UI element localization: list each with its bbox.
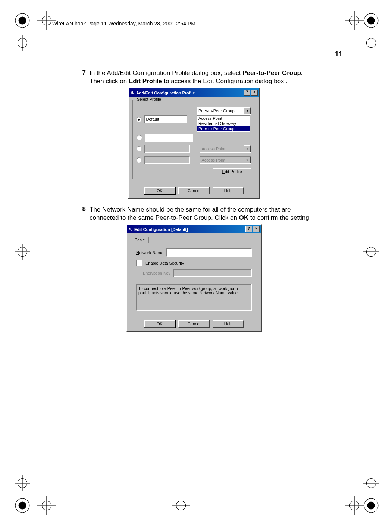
svg-point-34 [367,502,375,510]
cancel-ul: C [188,188,191,193]
profile-name-1[interactable]: Default [144,115,188,123]
ok-rest: K [160,188,163,193]
tab-basic[interactable]: Basic [131,237,149,243]
encryption-key-row: Encryption Key [136,269,252,277]
svg-point-9 [367,17,375,25]
chevron-down-icon: ▼ [244,145,251,152]
step7-bold-b-ul: E [129,78,133,85]
close-icon[interactable]: × [251,90,258,96]
enable-ds-row: Enable Data Security [136,260,252,266]
step7-text-c: to access the Edit Configuration dialog … [162,78,288,85]
step7-text-b: Then click on [90,78,129,85]
svg-point-42 [131,230,132,231]
step-8: 8 The Network Name should be the same fo… [75,206,313,222]
profile-type-1-text: Peer-to-Peer Group [198,109,235,113]
crop-mark-bl3 [37,496,56,515]
close-icon[interactable]: × [253,226,260,232]
network-name-input[interactable] [166,248,252,257]
dialog2-title: Edit Configuration [Default] [134,227,188,232]
profile-type-4-text: Access Point [201,158,225,162]
dialog1-titlebar[interactable]: Add/Edit Configuration Profile ? × [129,88,259,97]
help-icon[interactable]: ? [245,226,252,232]
nn-ul: N [136,250,139,255]
ok-button[interactable]: OK [144,320,175,328]
page-header: WireLAN.book Page 11 Wednesday, March 28… [52,21,195,26]
crop-mark-br3 [345,496,364,515]
reg-mark-bl2 [13,496,32,515]
dialog-add-edit-profile: Add/Edit Configuration Profile ? × Selec… [128,88,260,199]
step8-bold-a: OK [239,214,249,221]
svg-point-7 [19,17,26,25]
dropdown-item-peer-to-peer[interactable]: Peer-to-Peer Group [197,126,250,131]
profile-type-3-text: Access Point [201,147,225,151]
reg-mark-mr [362,242,380,261]
dropdown-item-residential-gateway[interactable]: Residential Gateway [197,121,250,126]
ek-rest: ncryption Key [145,271,170,275]
help-ul: H [224,188,227,193]
step-8-text: The Network Name should be the same for … [90,206,313,222]
crop-mark-bc [172,496,190,515]
reg-mark-tl2 [13,34,32,52]
reg-mark-tl [13,11,32,30]
network-name-row: Network Name [136,248,252,257]
cancel-button[interactable]: Cancel [178,320,210,328]
profile-row-4: Access Point ▼ [137,156,251,164]
dropdown-item-access-point[interactable]: Access Point [197,116,250,121]
frame-top [42,19,350,19]
edit-profile-rest: dit Profile [225,169,242,174]
help-button[interactable]: Help [213,320,244,328]
profile-name-4 [144,156,190,164]
profile-row-3: Access Point ▼ [137,145,251,153]
dialog2-titlebar[interactable]: Edit Configuration [Default] ? × [127,225,261,233]
step8-text-b: to confirm the setting. [248,214,311,221]
wifi-icon [128,226,133,231]
radio-profile-1[interactable] [137,117,141,122]
help-button[interactable]: Help [213,187,244,194]
reg-mark-ml [13,242,32,261]
ok-button[interactable]: OK [144,187,175,194]
profile-row-1: Default Peer-to-Peer Group ▼ Access Poin… [137,107,251,132]
page-number: 11 [317,50,342,60]
profile-type-1-dropdown[interactable]: Access Point Residential Gateway Peer-to… [197,115,250,132]
eds-rest: nable Data Security [148,261,184,265]
profile-name-3 [144,145,190,153]
step-7-num: 7 [75,69,90,85]
radio-profile-2[interactable] [137,135,142,140]
network-name-label: Network Name [136,250,163,255]
help-icon[interactable]: ? [244,90,250,96]
step-7-text: In the Add/Edit Configuration Profile da… [90,69,313,85]
chevron-down-icon[interactable]: ▼ [244,107,251,114]
cancel-button[interactable]: Cancel [178,187,210,194]
encryption-key-input [173,269,252,277]
profile-type-4: Access Point ▼ [200,156,251,164]
crop-mark-tr [345,11,364,30]
info-box: To connect to a Peer-to-Peer workgroup, … [136,284,252,311]
dialog2-button-row: OK Cancel Help [131,316,257,328]
reg-mark-tr2 [362,34,380,52]
ok-ul: O [157,188,160,193]
basic-panel: Network Name Enable Data Security Encryp… [131,243,257,316]
radio-profile-3[interactable] [137,146,141,151]
svg-point-32 [19,502,26,510]
help-rest: elp [227,188,233,193]
profile-type-3: Access Point ▼ [200,145,251,153]
edit-profile-button[interactable]: Edit Profile [213,168,251,175]
step7-bold-b-rest: dit Profile [133,78,162,85]
step-8-num: 8 [75,206,90,222]
dialog1-button-row: OK Cancel Help [132,183,255,194]
profile-type-1[interactable]: Peer-to-Peer Group ▼ [197,107,251,115]
enable-ds-checkbox[interactable] [136,260,142,266]
wifi-icon [130,90,135,94]
select-profile-group: Select Profile Default Peer-to-Peer Grou… [132,100,255,179]
radio-profile-4[interactable] [137,157,141,163]
reg-mark-br2 [362,496,380,515]
step-7: 7 In the Add/Edit Configuration Profile … [75,69,313,85]
dialog1-title: Add/Edit Configuration Profile [136,91,195,95]
profile-row-2 [137,134,251,142]
frame-header-underline [33,28,350,28]
step7-bold-a: Peer-to-Peer Group. [242,69,303,76]
frame-left-outer [33,19,33,507]
profile-name-2[interactable] [145,134,193,142]
reg-mark-tr [362,11,380,30]
encryption-key-label: Encryption Key [143,271,170,275]
